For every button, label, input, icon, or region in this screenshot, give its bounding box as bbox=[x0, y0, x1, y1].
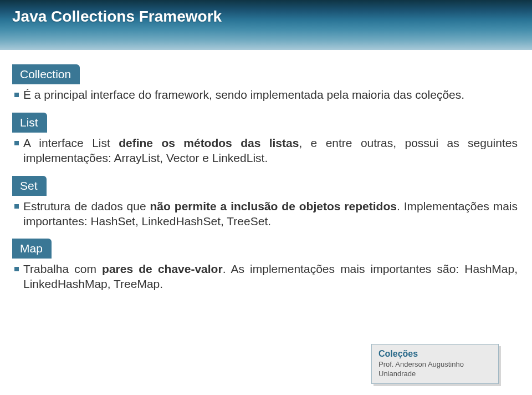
slide-content: Collection É a principal interface do fr… bbox=[0, 50, 532, 297]
tab-list: List bbox=[12, 113, 47, 133]
slide-header: Java Collections Framework bbox=[0, 0, 532, 50]
slide-title: Java Collections Framework bbox=[12, 8, 520, 26]
block-list: List A interface List define os métodos … bbox=[12, 113, 520, 171]
desc-collection: É a principal interface do framework, se… bbox=[12, 84, 520, 108]
block-map: Map Trabalha com pares de chave-valor. A… bbox=[12, 239, 520, 297]
tab-collection: Collection bbox=[12, 64, 80, 84]
desc-map: Trabalha com pares de chave-valor. As im… bbox=[12, 259, 520, 297]
footer-title: Coleções bbox=[378, 349, 492, 359]
block-collection: Collection É a principal interface do fr… bbox=[12, 64, 520, 108]
footer-institution: Uniandrade bbox=[378, 369, 492, 379]
footer-professor: Prof. Anderson Augustinho bbox=[378, 360, 492, 369]
tab-set: Set bbox=[12, 176, 47, 196]
block-set: Set Estrutura de dados que não permite a… bbox=[12, 176, 520, 235]
tab-map: Map bbox=[12, 239, 52, 259]
desc-list: A interface List define os métodos das l… bbox=[12, 133, 520, 171]
desc-set: Estrutura de dados que não permite a inc… bbox=[12, 196, 520, 235]
footer-box: Coleções Prof. Anderson Augustinho Unian… bbox=[371, 344, 499, 384]
